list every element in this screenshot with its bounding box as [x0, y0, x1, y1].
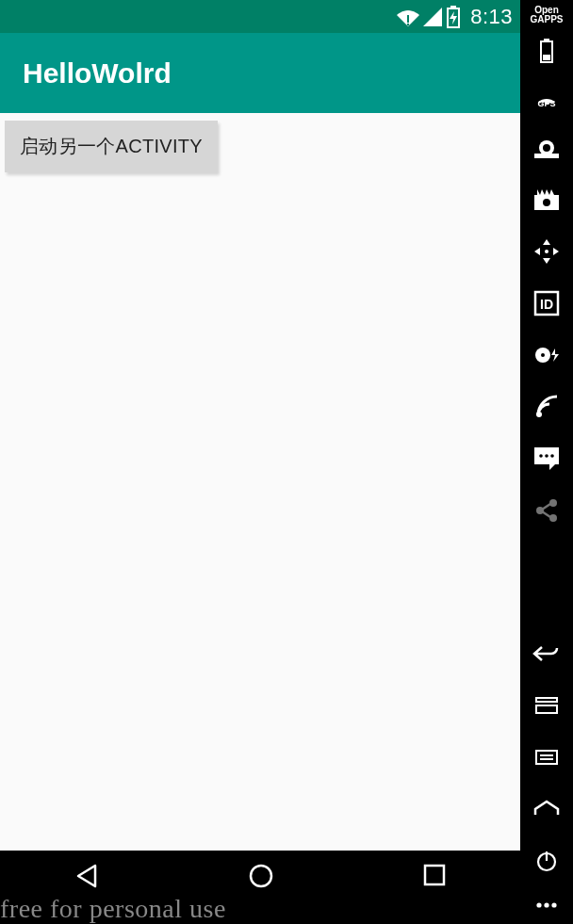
start-activity-button[interactable]: 启动另一个ACTIVITY — [5, 121, 218, 172]
nav-recent-button[interactable] — [421, 862, 448, 888]
wifi-icon — [397, 8, 419, 26]
svg-rect-7 — [544, 39, 549, 41]
svg-rect-8 — [543, 55, 550, 60]
cell-signal-icon — [423, 8, 442, 26]
svg-point-23 — [545, 454, 548, 458]
svg-rect-30 — [536, 698, 557, 702]
svg-rect-31 — [536, 705, 557, 713]
svg-line-28 — [542, 504, 550, 510]
emu-menu-button[interactable] — [520, 731, 573, 783]
nav-back-button[interactable] — [73, 862, 101, 890]
nav-home-button[interactable] — [247, 862, 275, 890]
svg-point-39 — [551, 902, 556, 907]
svg-point-27 — [549, 514, 557, 522]
svg-point-38 — [544, 902, 548, 907]
svg-point-22 — [539, 454, 543, 458]
phone-screen: 8:13 HelloWolrd 启动另一个ACTIVITY free for p… — [0, 0, 520, 924]
svg-point-20 — [536, 412, 542, 417]
svg-rect-12 — [534, 154, 559, 158]
svg-point-15 — [545, 250, 548, 253]
page-title: HelloWolrd — [23, 57, 172, 89]
svg-point-25 — [549, 499, 557, 507]
capture-tool[interactable] — [520, 173, 573, 225]
emulator-window: 8:13 HelloWolrd 启动另一个ACTIVITY free for p… — [0, 0, 573, 924]
watermark-text: free for personal use — [0, 894, 226, 924]
svg-point-1 — [407, 23, 409, 24]
open-gapps-line2: GAPPS — [530, 15, 563, 24]
emu-back-button[interactable] — [520, 627, 573, 679]
svg-point-24 — [550, 454, 554, 458]
open-gapps-button[interactable]: Open GAPPS — [530, 6, 563, 24]
svg-line-29 — [542, 511, 550, 517]
gps-label: GPS — [537, 99, 555, 108]
emulator-sidebar: Open GAPPS GPS ID — [520, 0, 573, 924]
svg-rect-3 — [450, 6, 456, 8]
svg-point-19 — [541, 353, 545, 357]
emu-recent-button[interactable] — [520, 679, 573, 731]
svg-rect-32 — [536, 751, 557, 764]
svg-point-11 — [543, 144, 550, 152]
battery-tool[interactable] — [520, 24, 573, 76]
network-tool[interactable] — [520, 381, 573, 432]
navigation-bar: free for personal use — [0, 851, 520, 924]
emu-more-button[interactable] — [520, 886, 573, 924]
status-time: 8:13 — [470, 5, 513, 29]
emu-power-button[interactable] — [520, 835, 573, 886]
dpad-tool[interactable] — [520, 225, 573, 277]
svg-rect-0 — [407, 15, 409, 23]
svg-point-37 — [536, 902, 541, 907]
battery-charging-icon — [446, 6, 461, 28]
sms-tool[interactable] — [520, 432, 573, 484]
disk-io-tool[interactable] — [520, 329, 573, 381]
svg-text:ID: ID — [540, 297, 553, 312]
camera-tool[interactable] — [520, 122, 573, 173]
status-bar: 8:13 — [0, 0, 520, 33]
content-area: 启动另一个ACTIVITY — [0, 113, 520, 851]
emu-home-button[interactable] — [520, 783, 573, 835]
svg-rect-5 — [425, 866, 444, 884]
app-bar: HelloWolrd — [0, 33, 520, 113]
svg-point-4 — [251, 866, 271, 886]
identifiers-tool[interactable]: ID — [520, 277, 573, 329]
share-tool[interactable] — [520, 484, 573, 536]
gps-tool[interactable]: GPS — [520, 76, 573, 122]
svg-point-14 — [543, 199, 550, 206]
